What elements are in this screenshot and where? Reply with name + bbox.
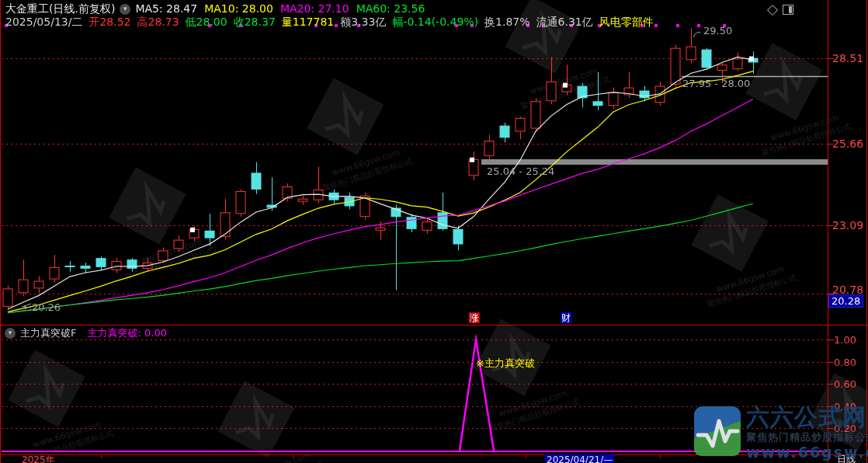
quote-high: 高28.73 <box>137 16 179 29</box>
quote-turnover: 换1.87% <box>484 16 529 29</box>
diamond-icon[interactable] <box>767 4 778 15</box>
axis-label-1: 28.51 <box>832 52 863 65</box>
indicator-name[interactable]: 主力真突破F <box>20 327 76 339</box>
annotation-high: 29.50 <box>703 25 732 37</box>
tag-zhang: 涨 <box>469 312 480 323</box>
quote-amount: 额3.33亿 <box>340 16 386 29</box>
time-axis-year: 2025年 <box>22 454 55 463</box>
split-window-icon[interactable] <box>783 5 793 15</box>
quote-volume: 量117781 <box>282 16 334 29</box>
indicator-value: 主力真突破: 0.00 <box>87 327 166 339</box>
quote-float: 流通6.31亿 <box>536 16 593 29</box>
site-watermark: 六六公式网 聚焦热门精品炒股指标公式 www.66gsw.com <box>693 406 868 460</box>
sub-axis-3: 0.60 <box>834 378 856 390</box>
candlestick-chart-canvas[interactable] <box>0 0 868 463</box>
tag-cai: 财 <box>561 312 571 323</box>
ma10-label: MA10: 28.00 <box>204 2 273 16</box>
site-logo-icon <box>693 406 741 457</box>
stock-title: 大金重工(日线.前复权) <box>5 2 115 16</box>
last-price-badge: 20.28 <box>828 294 863 308</box>
site-url: www.66gsw.com <box>746 444 868 460</box>
header-tools <box>769 5 793 15</box>
ma60-label: MA60: 23.56 <box>356 2 425 16</box>
sub-axis-1: 1.00 <box>834 334 856 346</box>
sub-axis-2: 0.80 <box>834 357 856 368</box>
chevron-down-icon[interactable]: ▾ <box>120 4 130 15</box>
annotation-zone-mid: 25.04 - 25.24 <box>487 165 554 177</box>
site-name: 六六公式网 <box>746 406 868 429</box>
annotation-zone-top: 27.95 - 28.00 <box>682 78 750 89</box>
quote-date: 2025/05/13/二 <box>5 16 82 29</box>
trading-app-window: 大金重工(日线.前复权) ▾ MA5: 28.47 MA10: 28.00 MA… <box>0 0 868 463</box>
annotation-low: ←20.26 <box>23 301 61 313</box>
title-bar: 大金重工(日线.前复权) ▾ MA5: 28.47 MA10: 28.00 MA… <box>5 2 432 16</box>
quote-sector[interactable]: 风电零部件 <box>599 16 654 29</box>
quote-open: 开28.52 <box>89 16 130 29</box>
quote-info-bar: 2025/05/13/二 开28.52 高28.73 低28.00 收28.37… <box>5 16 654 29</box>
indicator-dropdown-icon[interactable]: ▾ <box>5 328 16 339</box>
quote-change: 幅-0.14(-0.49%) <box>392 16 478 29</box>
axis-label-3: 23.09 <box>832 219 863 232</box>
site-tagline: 聚焦热门精品炒股指标公式 <box>746 431 868 443</box>
axis-label-2: 25.66 <box>832 138 863 151</box>
ma5-label: MA5: 28.47 <box>135 2 197 16</box>
ma20-label: MA20: 27.10 <box>280 2 349 16</box>
quote-close: 收28.37 <box>234 16 276 29</box>
indicator-header: ▾ 主力真突破F 主力真突破: 0.00 <box>5 327 167 339</box>
signal-annotation: ※主力真突破 <box>476 357 535 369</box>
quote-low: 低28.00 <box>186 16 227 29</box>
time-axis-date-badge: 2025/04/21/— <box>545 454 614 463</box>
